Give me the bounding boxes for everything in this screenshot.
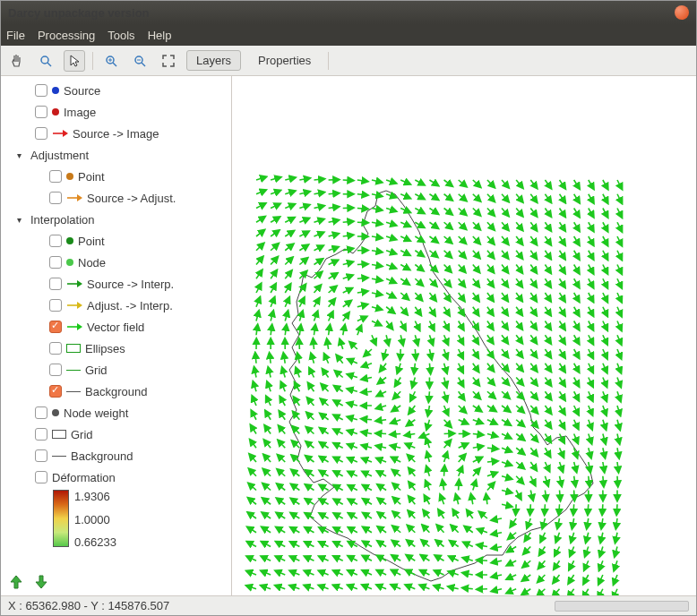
layer-checkbox[interactable] xyxy=(49,385,62,398)
layer-row[interactable]: Source xyxy=(4,80,229,101)
svg-line-619 xyxy=(348,500,357,504)
svg-line-468 xyxy=(426,420,429,430)
svg-line-291 xyxy=(502,321,507,329)
svg-line-100 xyxy=(372,222,382,224)
expand-icon[interactable]: ▾ xyxy=(17,215,26,225)
svg-line-340 xyxy=(459,349,463,358)
svg-line-89 xyxy=(589,209,594,218)
layer-checkbox[interactable] xyxy=(49,321,62,333)
layer-checkbox[interactable] xyxy=(49,235,62,247)
svg-line-360 xyxy=(363,364,372,367)
svg-line-424 xyxy=(545,391,551,399)
properties-panel-button[interactable]: Properties xyxy=(248,50,321,71)
layer-row[interactable]: Ellipses xyxy=(4,338,229,359)
menu-tools[interactable]: Tools xyxy=(108,29,134,42)
layer-row[interactable]: Vector field xyxy=(4,316,229,338)
svg-line-614 xyxy=(277,499,285,504)
layer-checkbox[interactable] xyxy=(49,192,62,204)
zoom-tool-button[interactable] xyxy=(35,50,56,72)
layer-label: Point xyxy=(78,170,105,184)
svg-line-403 xyxy=(617,378,621,387)
menu-file[interactable]: File xyxy=(6,29,25,42)
titlebar: Darcy unpackage version xyxy=(1,1,696,24)
svg-line-255 xyxy=(357,304,367,307)
svg-line-529 xyxy=(560,448,564,457)
layer-checkbox[interactable] xyxy=(49,364,62,376)
pan-tool-button[interactable] xyxy=(6,50,28,72)
svg-line-749 xyxy=(348,570,357,575)
svg-line-156 xyxy=(429,251,437,257)
layer-row[interactable]: Node xyxy=(4,252,229,273)
svg-line-569 xyxy=(377,471,386,475)
svg-line-688 xyxy=(600,533,602,543)
move-up-icon[interactable] xyxy=(8,574,24,590)
svg-line-335 xyxy=(383,349,386,359)
svg-line-274 xyxy=(256,312,259,321)
svg-line-346 xyxy=(545,349,550,357)
layer-row[interactable]: Point xyxy=(4,230,229,252)
expand-icon[interactable]: ▾ xyxy=(17,150,26,160)
move-down-icon[interactable] xyxy=(33,574,49,590)
layer-row[interactable]: Déformation xyxy=(4,466,229,488)
svg-line-706 xyxy=(478,545,487,547)
svg-line-526 xyxy=(516,448,524,454)
svg-line-675 xyxy=(408,526,415,532)
layer-row[interactable]: Source -> Image xyxy=(4,123,229,144)
menu-processing[interactable]: Processing xyxy=(38,29,95,42)
svg-line-449 xyxy=(530,406,537,413)
layer-checkbox[interactable] xyxy=(49,256,62,269)
svg-line-622 xyxy=(393,498,400,504)
layer-row[interactable]: Point xyxy=(4,166,229,187)
svg-line-603 xyxy=(502,491,512,493)
layer-row[interactable]: Source -> Interp. xyxy=(4,273,229,295)
layer-checkbox[interactable] xyxy=(35,449,47,462)
layer-label: Ellipses xyxy=(85,342,125,355)
layer-row[interactable]: Source -> Adjust. xyxy=(4,187,229,209)
layer-label: Source -> Interp. xyxy=(87,278,174,291)
svg-line-470 xyxy=(459,420,468,424)
layer-checkbox[interactable] xyxy=(35,84,47,97)
svg-line-381 xyxy=(296,368,299,377)
layer-row[interactable]: Grid xyxy=(4,424,229,445)
layer-checkbox[interactable] xyxy=(35,428,47,441)
svg-line-547 xyxy=(444,453,448,462)
dot-icon xyxy=(52,409,59,416)
fit-view-button[interactable] xyxy=(158,50,179,72)
zoom-in-button[interactable] xyxy=(100,50,122,72)
layer-checkbox[interactable] xyxy=(35,127,47,140)
layer-checkbox[interactable] xyxy=(49,278,62,290)
layer-row[interactable]: ▾Interpolation xyxy=(4,209,229,230)
pointer-tool-button[interactable] xyxy=(64,50,85,72)
svg-line-639 xyxy=(262,513,271,518)
svg-line-590 xyxy=(305,484,314,490)
svg-line-477 xyxy=(560,420,565,429)
zoom-out-button[interactable] xyxy=(129,50,151,72)
menu-help[interactable]: Help xyxy=(148,29,172,42)
svg-line-520 xyxy=(426,439,430,448)
layer-checkbox[interactable] xyxy=(49,342,62,355)
layer-checkbox[interactable] xyxy=(49,299,62,312)
layer-checkbox[interactable] xyxy=(35,406,47,419)
layers-panel-button[interactable]: Layers xyxy=(186,50,241,71)
layer-row[interactable]: Adjust. -> Interp. xyxy=(4,295,229,316)
svg-line-453 xyxy=(589,406,592,415)
svg-line-71 xyxy=(329,207,339,209)
close-icon[interactable] xyxy=(675,5,689,20)
svg-line-726 xyxy=(392,555,400,560)
svg-line-413 xyxy=(377,391,386,396)
svg-line-120 xyxy=(285,231,293,236)
layer-checkbox[interactable] xyxy=(35,471,47,483)
svg-line-436 xyxy=(334,401,343,406)
svg-line-316 xyxy=(487,335,493,343)
layer-row[interactable]: Background xyxy=(4,381,229,402)
layer-row[interactable]: Image xyxy=(4,101,229,123)
layer-row[interactable]: Background xyxy=(4,445,229,466)
layer-row[interactable]: Node weight xyxy=(4,402,229,424)
layer-row[interactable]: Grid xyxy=(4,359,229,381)
layer-checkbox[interactable] xyxy=(35,106,47,118)
map-canvas[interactable] xyxy=(232,76,696,595)
svg-line-253 xyxy=(329,299,335,306)
svg-line-384 xyxy=(335,371,342,377)
layer-checkbox[interactable] xyxy=(49,170,62,183)
layer-row[interactable]: ▾Adjustment xyxy=(4,144,229,166)
